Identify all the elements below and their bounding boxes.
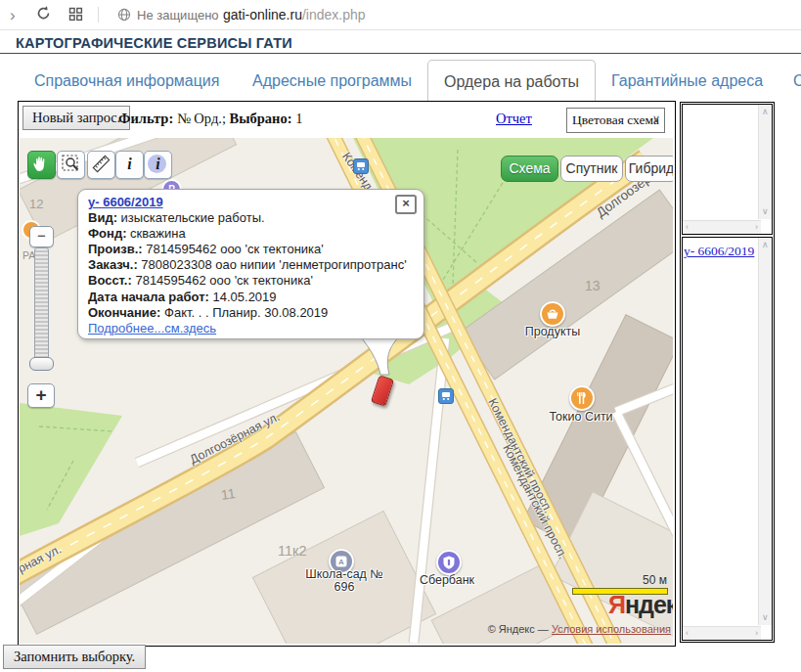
popup-row-proizv: Произв.: 7814595462 ооо 'ск тектоника' — [88, 242, 416, 257]
building-number-11k2: 11к2 — [278, 543, 306, 559]
order-popup: у- 6606/2019 Вид: изыскательские работы.… — [77, 189, 424, 339]
report-link[interactable]: Отчет — [496, 111, 532, 127]
tiles-icon[interactable] — [68, 7, 83, 25]
popup-more-link[interactable]: Подробнее...см.здесь — [88, 321, 216, 336]
pan-tool-button[interactable] — [27, 151, 56, 179]
map-copyright: © Яндекс — Условия использования — [471, 623, 671, 635]
sidebar-top-vscrollbar[interactable]: ∧ ∨ — [758, 105, 772, 219]
popup-row-vosst: Восст.: 7814595462 ооо 'ск тектоника' — [88, 273, 416, 289]
security-label: Не защищено — [137, 8, 219, 22]
bus-stop-icon-center[interactable] — [438, 388, 454, 404]
color-scheme-value: Цветовая схема — [572, 112, 659, 128]
url-path: /index.php — [302, 7, 366, 22]
zoom-select-tool-button[interactable] — [57, 151, 85, 179]
orders-panel: Новый запрос. Фильтр: № Орд.; Выбрано: 1… — [18, 101, 676, 647]
grocery-poi-icon[interactable] — [540, 301, 565, 327]
building-number-12: 12 — [29, 197, 43, 211]
map-canvas[interactable]: Долгоозёрная Долгоозёрная ул. ерная ул. … — [20, 138, 673, 644]
building-number-11: 11 — [220, 485, 237, 503]
popup-row-end-date: Окончание: Факт. . . Планир. 30.08.2019 — [88, 305, 416, 321]
popup-row-vid: Вид: изыскательские работы. — [88, 210, 416, 226]
scroll-up-icon[interactable]: ∧ — [762, 108, 769, 116]
new-request-button[interactable]: Новый запрос. — [22, 106, 130, 130]
svg-text:А: А — [338, 558, 344, 566]
filter-value: № Орд.; — [177, 111, 226, 126]
scroll-left-icon[interactable]: ‹ — [686, 223, 689, 232]
restaurant-poi-icon[interactable] — [569, 385, 595, 411]
building-number-13: 13 — [585, 278, 601, 293]
url-host: gati-online.ru — [223, 7, 302, 22]
scale-label: 50 м — [606, 573, 667, 587]
globe-icon — [117, 8, 131, 25]
popup-tail — [357, 336, 411, 382]
url-bar[interactable]: gati-online.ru/index.php — [223, 7, 366, 22]
tab-work-orders-label: Ордера на работы — [428, 73, 595, 91]
selection-sidebar: ∧ ∨ ‹ › у- 6606/2019 ∧ ∨ ‹ › — [680, 102, 775, 643]
tab-address-programs[interactable]: Адресные программы — [252, 72, 412, 90]
reload-icon[interactable] — [35, 5, 52, 25]
bank-poi-icon[interactable] — [436, 550, 462, 575]
filter-status: Фильтр: № Орд.; Выбрано: 1 — [118, 111, 302, 127]
popup-row-fond: Фонд: скважина — [88, 226, 416, 242]
remember-selection-button[interactable]: Запомнить выборку. — [3, 645, 146, 669]
sidebar-top-panel: ∧ ∨ ‹ › — [682, 104, 773, 235]
scroll-down-icon[interactable]: ∨ — [762, 613, 769, 622]
tab-work-orders[interactable]: Ордера на работы — [427, 60, 596, 102]
sidebar-top-hscrollbar[interactable]: ‹ › — [683, 220, 761, 234]
sidebar-results-hscrollbar[interactable]: ‹ › — [683, 626, 761, 640]
popup-row-zakazch: Заказч.: 7808023308 оао нипии 'ленметрог… — [88, 257, 416, 273]
scroll-right-icon[interactable]: › — [755, 629, 758, 638]
filter-label: Фильтр: — [118, 111, 173, 126]
terms-link[interactable]: Условия использования — [552, 623, 671, 635]
restaurant-poi-label[interactable]: Токио Сити — [532, 411, 630, 424]
yandex-logo[interactable]: Яндекс — [608, 591, 673, 619]
ruler-tool-button[interactable] — [87, 151, 115, 179]
selected-value: 1 — [295, 111, 302, 126]
school-poi-label[interactable]: Школа-сад № 696 — [300, 568, 388, 594]
bus-stop-icon-top[interactable] — [353, 158, 369, 174]
chevron-down-icon: ∨ — [652, 112, 660, 125]
scroll-left-icon[interactable]: ‹ — [686, 629, 689, 638]
sidebar-order-link[interactable]: у- 6606/2019 — [684, 244, 754, 259]
map-type-satellite-button[interactable]: Спутник — [560, 156, 623, 182]
header-rule — [0, 53, 801, 54]
object-info-tool-button[interactable]: i — [144, 151, 172, 179]
popup-close-icon[interactable]: × — [395, 195, 417, 214]
forward-icon[interactable]: › — [10, 6, 16, 25]
order-popup-title-link[interactable]: у- 6606/2019 — [88, 195, 163, 209]
map-type-scheme-button[interactable]: Схема — [501, 156, 558, 182]
scroll-up-icon[interactable]: ∧ — [762, 241, 769, 249]
orders-toolbar: Новый запрос. Фильтр: № Орд.; Выбрано: 1… — [19, 102, 673, 138]
zoom-out-button[interactable]: − — [29, 226, 54, 247]
scroll-right-icon[interactable]: › — [755, 223, 758, 232]
page: › Не защищено gati-online.ru/index.php К… — [0, 0, 801, 672]
bank-poi-label[interactable]: Сбербанк — [403, 574, 491, 587]
map-type-hybrid-button[interactable]: Гибрид — [625, 156, 673, 182]
divider — [98, 7, 99, 22]
info-tool-button[interactable]: i — [115, 151, 144, 179]
selected-label: Выбрано: — [230, 111, 292, 126]
browser-bar: › Не защищено gati-online.ru/index.php — [0, 0, 801, 30]
zoom-in-button[interactable]: + — [27, 383, 55, 408]
scroll-down-icon[interactable]: ∨ — [762, 207, 769, 216]
tab-clipped[interactable]: С — [793, 72, 801, 90]
zoom-slider-handle[interactable] — [29, 357, 54, 371]
popup-row-start-date: Дата начала работ: 14.05.2019 — [88, 290, 416, 305]
page-title: КАРТОГРАФИЧЕСКИЕ СЕРВИСЫ ГАТИ — [16, 35, 292, 51]
color-scheme-select[interactable]: Цветовая схема ∨ — [566, 108, 665, 133]
sidebar-results-panel: у- 6606/2019 ∧ ∨ ‹ › — [682, 237, 773, 641]
tab-warranty-addresses[interactable]: Гарантийные адреса — [611, 72, 763, 90]
tab-reference[interactable]: Справочная информация — [34, 72, 219, 90]
zoom-slider-track[interactable] — [34, 247, 49, 360]
sidebar-results-vscrollbar[interactable]: ∧ ∨ — [758, 238, 772, 625]
grocery-poi-label[interactable]: Продукты — [509, 326, 597, 338]
